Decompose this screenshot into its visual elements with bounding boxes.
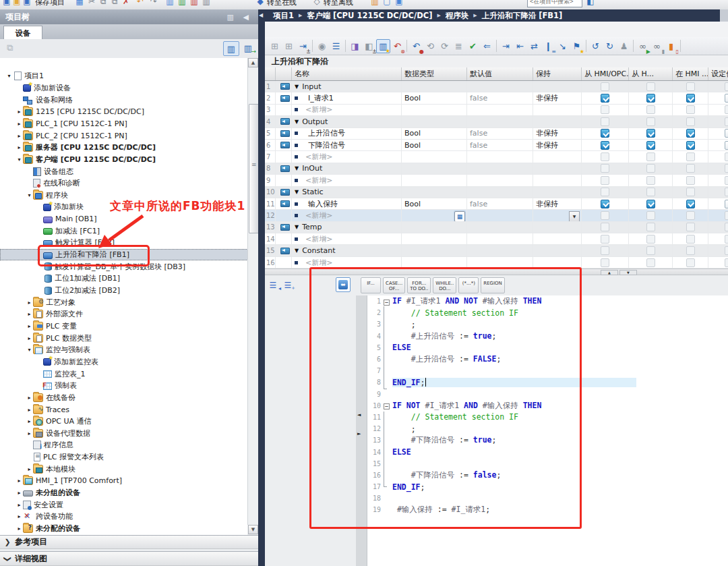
undo-error-icon[interactable]: ↶● <box>409 39 423 53</box>
datatype-cell[interactable] <box>402 233 467 244</box>
outdent-icon[interactable]: ⇤ <box>513 39 527 53</box>
retain-cell[interactable] <box>533 163 582 174</box>
column-header[interactable]: 默认值 <box>467 67 533 80</box>
code-line[interactable]: 14ELSE <box>367 446 728 457</box>
tree-item[interactable]: ▸安全设置 <box>0 499 247 511</box>
insert-segment-icon[interactable]: ⊞ <box>282 39 296 53</box>
table-row[interactable]: 7<新增> <box>265 151 728 163</box>
group-collapse-icon[interactable]: ▼ <box>295 165 299 171</box>
tree-item[interactable]: ▸Traces <box>0 403 247 416</box>
name-cell[interactable]: <新增> <box>292 233 402 244</box>
default-value-cell[interactable] <box>467 210 533 221</box>
table-row[interactable]: 4▼Output <box>265 116 728 128</box>
tree-item[interactable]: ▸PLC 变量 <box>0 320 247 333</box>
new-project-icon[interactable]: ▣ <box>1 0 12 9</box>
code-line[interactable]: 7 <box>367 365 728 376</box>
breadcrumb-item[interactable]: 客户端 [CPU 1215C DC/DC/DC] <box>307 11 432 21</box>
code-line[interactable]: 17END_IF; <box>367 481 728 492</box>
default-value-cell[interactable] <box>467 175 533 186</box>
table-row[interactable]: 15▼Constant <box>265 245 728 256</box>
hmi-writable-checkbox[interactable] <box>646 200 655 208</box>
group-collapse-icon[interactable]: ▼ <box>295 84 299 90</box>
code-line[interactable]: 16 #下降沿信号 := false; <box>367 470 728 481</box>
hmi-accessible-checkbox[interactable] <box>601 117 609 126</box>
hmi-writable-checkbox[interactable] <box>646 129 655 138</box>
expand-arrow-icon[interactable]: ▸ <box>26 311 33 317</box>
tree-item[interactable]: 强制表 <box>0 380 247 392</box>
tree-item[interactable]: ▸跨设备功能 <box>0 511 247 523</box>
code-line[interactable]: 2 // Statement section IF <box>367 307 728 318</box>
go-offline-icon[interactable]: ◇ <box>311 0 322 9</box>
table-row[interactable]: 12<新增>▦▼ <box>265 210 728 221</box>
tree-item[interactable]: ▸未分配的设备 <box>0 523 247 535</box>
tree-item[interactable]: ▾客户端 [CPU 1215C DC/DC/DC] <box>0 154 247 166</box>
breadcrumb-item[interactable]: 上升沿和下降沿 [FB1] <box>482 11 563 21</box>
save-project-button[interactable]: 保存项目 <box>35 0 65 10</box>
cut-icon[interactable]: ✂ <box>86 0 97 9</box>
set-bookmark-icon[interactable]: ⚑★ <box>570 39 584 53</box>
hmi-accessible-checkbox[interactable] <box>601 82 609 91</box>
redo-icon[interactable]: ↷ <box>148 0 159 9</box>
undo-icon[interactable]: ↶ <box>135 0 146 9</box>
hmi-writable-checkbox[interactable] <box>646 258 655 267</box>
details-view-icon[interactable]: ▥ <box>223 41 239 56</box>
name-cell[interactable]: <新增> <box>292 105 402 115</box>
group-collapse-icon[interactable]: ▼ <box>295 189 299 195</box>
goto-related-block-icon[interactable]: ◨ <box>348 39 362 53</box>
collapse-left-icon[interactable]: ◀ <box>259 12 263 18</box>
table-row[interactable]: 10▼Static <box>265 187 728 198</box>
column-header[interactable]: 名称 <box>292 67 402 80</box>
tree-item[interactable]: 添加新块 <box>0 201 247 213</box>
default-value-cell[interactable] <box>467 151 533 162</box>
code-line[interactable]: 18 <box>367 492 728 504</box>
tree-item[interactable]: 程序信息 <box>0 439 247 451</box>
default-value-cell[interactable] <box>467 116 533 127</box>
expand-arrow-icon[interactable]: ▸ <box>26 466 33 472</box>
snippet-tab[interactable]: REGION <box>481 277 505 293</box>
retain-cell[interactable] <box>533 245 582 256</box>
download-icon[interactable]: ▥ <box>177 0 187 9</box>
discard-changes-icon[interactable]: ↶⊗ <box>390 39 404 53</box>
default-value-cell[interactable] <box>467 245 533 256</box>
default-value-cell[interactable] <box>467 187 533 198</box>
name-cell[interactable]: <新增> <box>292 175 402 186</box>
expand-arrow-icon[interactable]: ▸ <box>16 109 23 115</box>
tree-item[interactable]: ▸1215 [CPU 1215C DC/DC/DC] <box>0 106 247 118</box>
tree-item[interactable]: ▸PLC 数据类型 <box>0 332 247 344</box>
tree-scroll-down-button[interactable]: ▼ <box>248 525 258 534</box>
expand-arrow-icon[interactable]: ▾ <box>26 192 33 198</box>
hmi-visible-checkbox[interactable] <box>686 117 695 126</box>
tree-item[interactable]: 添加新设备 <box>0 82 247 94</box>
datatype-cell[interactable]: Bool <box>402 140 467 150</box>
indent-icon[interactable]: ⇥ <box>499 39 513 53</box>
hmi-writable-checkbox[interactable] <box>646 94 655 103</box>
go-online-icon[interactable]: ◆ <box>255 0 266 9</box>
tree-item[interactable]: ▸外部源文件 <box>0 308 247 320</box>
column-header[interactable]: 数据类型 <box>402 67 467 80</box>
table-row[interactable]: 3<新增> <box>265 105 728 116</box>
setpoint-checkbox[interactable] <box>725 164 728 173</box>
update-block-call-icon[interactable]: ◧± <box>362 39 376 53</box>
setpoint-checkbox[interactable] <box>725 258 728 267</box>
name-cell[interactable]: ▼Constant <box>292 245 402 256</box>
table-code-splitter[interactable]: ▲ ▼ <box>265 268 728 275</box>
group-collapse-icon[interactable]: ▼ <box>295 248 299 254</box>
name-cell[interactable]: <新增> <box>292 151 402 162</box>
retain-cell[interactable]: 非保持 <box>533 92 582 103</box>
setpoint-checkbox[interactable] <box>725 235 728 244</box>
hmi-visible-checkbox[interactable] <box>686 82 695 91</box>
hmi-writable-checkbox[interactable] <box>646 176 655 185</box>
insert-network-icon[interactable]: ⊞ <box>268 39 282 53</box>
tree-item[interactable]: ▾监控与强制表 <box>0 344 247 356</box>
column-header[interactable] <box>265 67 276 80</box>
default-value-cell[interactable]: false <box>467 140 533 150</box>
structure-view-icon[interactable]: ☰ <box>329 39 343 53</box>
tree-item[interactable]: ▸PLC_1 [CPU 1512C-1 PN] <box>0 118 247 130</box>
open-project-icon[interactable]: ▣ <box>11 0 22 9</box>
table-row[interactable]: 2I_请求1Boolfalse非保持 <box>265 92 728 104</box>
tree-item[interactable]: PLC 报警文本列表 <box>0 451 247 463</box>
default-value-cell[interactable] <box>467 257 533 268</box>
tree-item[interactable]: ▸工艺对象 <box>0 296 247 308</box>
retain-cell[interactable]: 非保持 <box>533 128 582 139</box>
name-cell[interactable]: 输入保持 <box>292 198 402 209</box>
